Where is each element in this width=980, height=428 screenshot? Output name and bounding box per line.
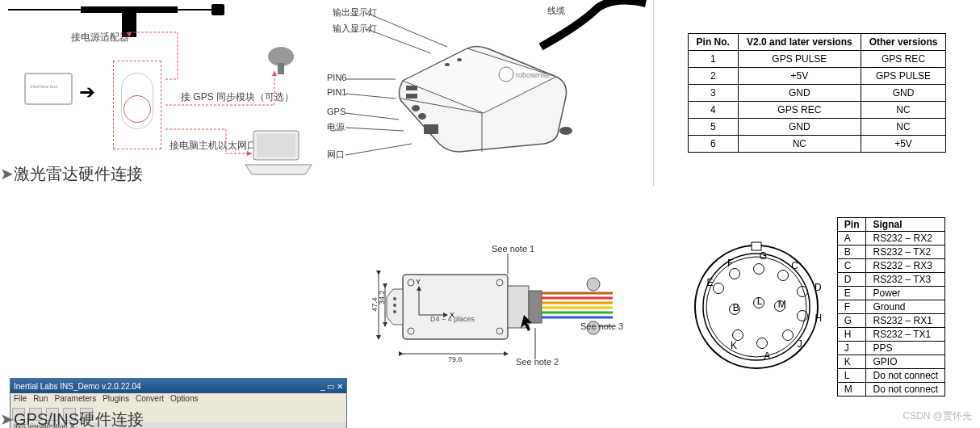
svg-rect-25 [257, 134, 295, 157]
robosense-sensor-icon: robosense [387, 32, 580, 153]
antenna-icon [8, 0, 250, 48]
svg-rect-13 [278, 63, 284, 74]
svg-point-20 [412, 105, 420, 111]
svg-point-50 [393, 304, 396, 307]
svg-point-49 [393, 297, 396, 300]
menu-item[interactable]: Plugins [103, 394, 129, 403]
table-row: EPower [837, 287, 944, 300]
pin1-label: PIN1 [327, 87, 346, 97]
table-row: HRS232 – TX1 [837, 328, 944, 342]
output-led-label: 输出显示灯 [333, 6, 377, 19]
svg-point-23 [559, 127, 572, 135]
note1-label: See note 1 [492, 244, 534, 254]
connector-pin-label: J [798, 338, 802, 350]
gps-ins-hw-title: ➤GPS/INS硬件连接 [0, 407, 144, 428]
svg-text:X: X [450, 311, 454, 319]
menu-item[interactable]: File [14, 394, 27, 403]
menu-item[interactable]: Options [170, 394, 198, 403]
svg-rect-19 [406, 94, 417, 99]
power-adapter-label: 接电源适配器 [71, 31, 129, 44]
table-row: 3GNDGND [688, 85, 946, 102]
connector-pin [797, 310, 808, 321]
interface-box-diagram: Interface box [24, 73, 73, 105]
table-row: 2+5VGPS PULSE [688, 68, 946, 85]
net-port-label: 网口 [327, 149, 345, 161]
table-row: ARS232 – RX2 [837, 232, 944, 245]
note3-label: See note 3 [580, 321, 623, 331]
col-pin: Pin [837, 218, 866, 232]
table-row: LDo not connect [837, 369, 944, 383]
menu-item[interactable]: Run [33, 394, 48, 403]
gps-module-label: 接 GPS 同步模块（可选） [181, 90, 294, 104]
signal-table: Pin Signal ARS232 – RX2BRS232 – TX2CRS23… [837, 217, 945, 397]
connector-face-diagram: ABCDEFGHJKLM [684, 234, 829, 380]
menu-item[interactable]: Parameters [54, 394, 96, 403]
lidar-connection-diagram: 接电源适配器 Interface box ➔ 接 GPS [0, 0, 654, 186]
connector-pin-label: L [757, 296, 763, 307]
dim-height2: 34.2 [378, 290, 386, 304]
pin-version-table-container: Pin No. V2.0 and later versions Other ve… [654, 0, 980, 186]
window-title: Inertial Labs INS_Demo v.2.0.22.04 [14, 382, 141, 391]
dim-width: 79.6 [448, 355, 463, 363]
table-row: CRS232 – RX3 [837, 259, 944, 273]
col-pinno: Pin No. [688, 34, 738, 51]
arrow-icon: ➔ [79, 81, 95, 103]
connector-pin [732, 329, 743, 341]
power-port-label: 电源 [327, 121, 345, 133]
connector-pin-label: A [764, 350, 770, 362]
connector-pin [753, 263, 764, 275]
table-row: BRS232 – TX2 [837, 245, 944, 259]
col-v2: V2.0 and later versions [738, 34, 861, 51]
table-row: JPPS [837, 342, 944, 355]
connector-pin [729, 268, 740, 279]
connector-pin-label: B [733, 302, 739, 313]
svg-point-51 [393, 310, 396, 313]
lidar-hw-title: ➤激光雷达硬件连接 [0, 162, 143, 187]
pin-version-table: Pin No. V2.0 and later versions Other ve… [688, 33, 947, 153]
table-row: 1GPS PULSEGPS REC [688, 51, 946, 68]
menu-item[interactable]: Convert [136, 394, 164, 403]
connector-pin [756, 338, 768, 349]
input-led-label: 输入显示灯 [333, 23, 377, 35]
table-row: 6NC+5V [688, 136, 946, 153]
table-row: GRS232 – RX1 [837, 314, 944, 328]
menu-bar[interactable]: FileRunParametersPluginsConvertOptions [10, 393, 346, 406]
connector-pin [797, 286, 808, 297]
table-row: MDo not connect [837, 383, 944, 397]
window-titlebar[interactable]: Inertial Labs INS_Demo v.2.0.22.04 _ ▭ ✕ [10, 379, 346, 393]
connector-pin-label: E [706, 277, 713, 288]
note2-label: See note 2 [516, 357, 559, 367]
table-row: 5GNDNC [688, 119, 946, 136]
svg-point-47 [587, 278, 600, 291]
connector-pin-label: G [760, 250, 767, 262]
connector-pin-label: F [727, 258, 733, 269]
connector-pin-label: M [778, 299, 786, 310]
svg-point-21 [418, 113, 426, 120]
table-row: KGPIO [837, 355, 944, 369]
col-signal: Signal [866, 218, 945, 232]
ins-mechanical-drawing: D4 – 4 places Y X [350, 186, 649, 428]
svg-point-14 [445, 63, 450, 66]
table-row: 4GPS RECNC [688, 102, 946, 119]
connector-pin-label: K [731, 340, 737, 351]
window-controls[interactable]: _ ▭ ✕ [320, 382, 343, 391]
svg-text:robosense: robosense [516, 71, 550, 79]
svg-rect-61 [752, 242, 761, 250]
pin6-label: PIN6 [327, 73, 346, 82]
col-other: Other versions [861, 34, 946, 51]
svg-rect-40 [529, 291, 542, 323]
connector-pin-label: D [815, 282, 822, 293]
watermark-text: CSDN @贾怀光 [903, 409, 972, 423]
gps-antenna-icon [265, 45, 297, 78]
connector-pin [713, 283, 724, 294]
table-row: FGround [837, 300, 944, 314]
svg-rect-0 [81, 6, 178, 13]
svg-rect-18 [406, 86, 417, 90]
highlight-circle [124, 95, 151, 123]
connector-pin-label: C [791, 260, 798, 271]
cable-label: 线缆 [547, 5, 565, 17]
table-row: DRS232 – TX3 [837, 273, 944, 287]
laptop-icon [242, 129, 315, 178]
connector-pin [777, 270, 789, 281]
svg-text:Y: Y [416, 278, 421, 286]
